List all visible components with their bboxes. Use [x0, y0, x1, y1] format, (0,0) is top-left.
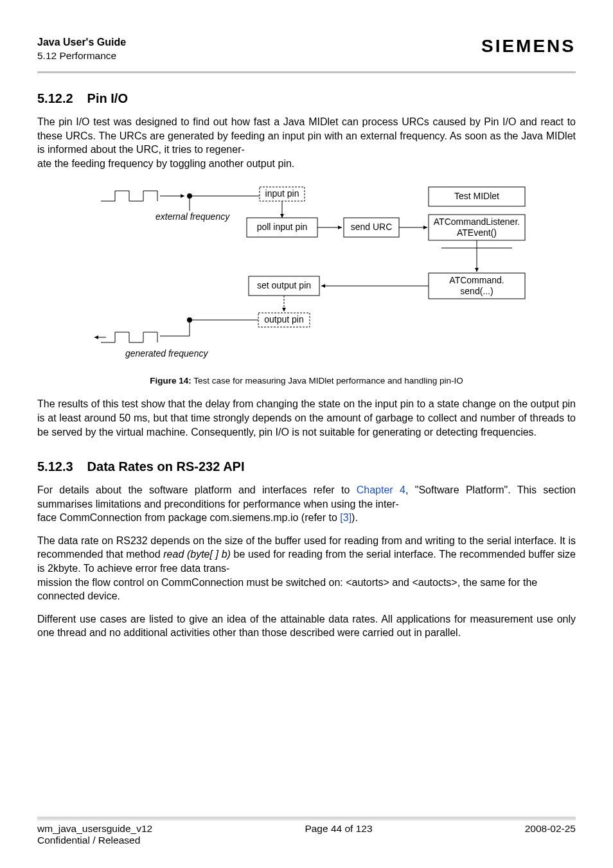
- footer-date: 2008-02-25: [525, 823, 576, 835]
- label-test-midlet: Test MIDlet: [454, 191, 499, 201]
- label-output-pin: output pin: [264, 314, 304, 324]
- label-set-output-pin: set output pin: [257, 280, 311, 290]
- label-input-pin: input pin: [265, 188, 299, 199]
- page-footer: wm_java_usersguide_v12 Page 44 of 123 20…: [37, 817, 576, 846]
- section-title: Data Rates on RS-232 API: [87, 459, 245, 474]
- label-at-command-top: ATCommand.: [449, 275, 504, 285]
- link-chapter-4[interactable]: Chapter 4: [357, 484, 405, 495]
- doc-subtitle: 5.12 Performance: [37, 49, 126, 62]
- label-at-listener-top: ATCommandListener.: [434, 217, 520, 227]
- page-header: Java User's Guide 5.12 Performance SIEME…: [37, 36, 576, 71]
- body-paragraph: Different use cases are listed to give a…: [37, 612, 576, 640]
- section-number: 5.12.2: [37, 91, 73, 105]
- footer-divider: [37, 817, 576, 820]
- body-paragraph: The data rate on RS232 depends on the si…: [37, 534, 576, 576]
- label-send-urc: send URC: [351, 222, 393, 232]
- header-divider: [37, 71, 576, 73]
- footer-confidentiality: Confidential / Released: [37, 835, 576, 846]
- brand-logo: SIEMENS: [481, 36, 576, 57]
- body-paragraph: For details about the software platform …: [37, 483, 576, 511]
- link-ref-3[interactable]: [3]: [340, 512, 351, 523]
- footer-page-number: Page 44 of 123: [305, 823, 372, 835]
- footer-doc-id: wm_java_usersguide_v12: [37, 823, 152, 835]
- body-paragraph: face CommConnection from package com.sie…: [37, 511, 576, 525]
- label-generated-frequency: generated frequency: [125, 348, 208, 359]
- figure-caption: Figure 14: Test case for measuring Java …: [37, 376, 576, 385]
- section-heading-pin-io: 5.12.2Pin I/O: [37, 91, 576, 106]
- label-at-listener-bot: ATEvent(): [457, 227, 497, 238]
- section-heading-data-rates: 5.12.3Data Rates on RS-232 API: [37, 459, 576, 474]
- section-title: Pin I/O: [87, 91, 128, 105]
- label-external-frequency: external frequency: [155, 211, 230, 222]
- body-paragraph: The pin I/O test was designed to find ou…: [37, 115, 576, 157]
- body-paragraph: The results of this test show that the d…: [37, 397, 576, 439]
- figure-pin-io-diagram: input pin external frequency poll input …: [37, 182, 576, 371]
- label-at-command-bot: send(...): [460, 286, 493, 296]
- body-paragraph: ate the feeding frequency by toggling an…: [37, 157, 576, 171]
- body-paragraph: mission the flow control on CommConnecti…: [37, 576, 576, 603]
- section-number: 5.12.3: [37, 459, 73, 474]
- method-name: read (byte[ ] b): [163, 549, 231, 560]
- doc-title: Java User's Guide: [37, 36, 126, 49]
- label-poll-input-pin: poll input pin: [257, 222, 308, 232]
